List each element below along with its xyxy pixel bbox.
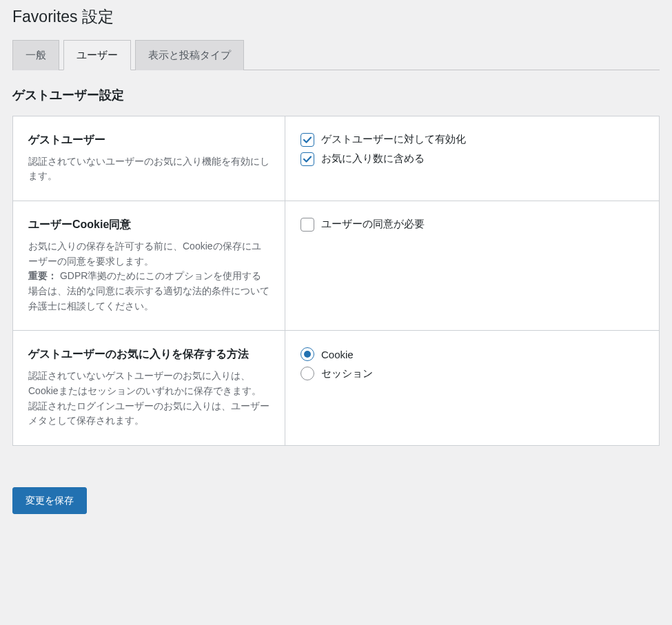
row-cookie-consent: ユーザーCookie同意 お気に入りの保存を許可する前に、Cookieの保存にユ…	[12, 201, 660, 331]
checkbox-enable-guest-label: ゲストユーザーに対して有効化	[321, 133, 466, 146]
submit-area: 変更を保存	[12, 487, 660, 514]
row-cookie-consent-desc: お気に入りの保存を許可する前に、Cookieの保存にユーザーの同意を要求します。…	[28, 239, 269, 314]
row-cookie-consent-label: ユーザーCookie同意 お気に入りの保存を許可する前に、Cookieの保存にユ…	[13, 201, 285, 330]
row-guest-user-title: ゲストユーザー	[28, 133, 269, 147]
checkbox-require-consent[interactable]: ユーザーの同意が必要	[301, 218, 644, 232]
checkbox-require-consent-label: ユーザーの同意が必要	[321, 218, 425, 231]
checkbox-include-count[interactable]: お気に入り数に含める	[301, 152, 644, 166]
row-save-method-label: ゲストユーザーのお気に入りを保存する方法 認証されていないゲストユーザーのお気に…	[13, 331, 285, 445]
radio-selected-icon	[301, 347, 314, 361]
radio-empty-icon	[301, 367, 314, 380]
save-button[interactable]: 変更を保存	[12, 487, 87, 514]
checkbox-include-count-label: お気に入り数に含める	[321, 152, 425, 165]
row-guest-user-label: ゲストユーザー 認証されていないユーザーのお気に入り機能を有効にします。	[13, 116, 285, 201]
checkmark-icon	[301, 152, 314, 166]
radio-session[interactable]: セッション	[301, 367, 644, 380]
radio-session-label: セッション	[321, 367, 373, 380]
radio-cookie[interactable]: Cookie	[301, 347, 644, 361]
tab-display-post-types[interactable]: 表示と投稿タイプ	[135, 40, 244, 70]
checkbox-empty-icon	[301, 218, 314, 232]
row-save-method-controls: Cookie セッション	[285, 331, 659, 445]
row-guest-user: ゲストユーザー 認証されていないユーザーのお気に入り機能を有効にします。 ゲスト…	[12, 116, 660, 201]
row-save-method-desc: 認証されていないゲストユーザーのお気に入りは、Cookieまたはセッションのいず…	[28, 369, 269, 429]
page-title: Favorites 設定	[12, 0, 660, 30]
row-save-method-title: ゲストユーザーのお気に入りを保存する方法	[28, 347, 269, 362]
row-save-method: ゲストユーザーのお気に入りを保存する方法 認証されていないゲストユーザーのお気に…	[12, 331, 660, 446]
row-guest-user-desc: 認証されていないユーザーのお気に入り機能を有効にします。	[28, 154, 269, 184]
settings-tabs: 一般 ユーザー 表示と投稿タイプ	[12, 40, 660, 70]
tab-users[interactable]: ユーザー	[63, 40, 131, 70]
tab-general[interactable]: 一般	[12, 40, 59, 70]
row-guest-user-controls: ゲストユーザーに対して有効化 お気に入り数に含める	[285, 116, 659, 201]
checkmark-icon	[301, 133, 314, 147]
section-title: ゲストユーザー設定	[12, 87, 660, 103]
row-cookie-consent-title: ユーザーCookie同意	[28, 218, 269, 232]
checkbox-enable-guest[interactable]: ゲストユーザーに対して有効化	[301, 133, 644, 147]
settings-table: ゲストユーザー 認証されていないユーザーのお気に入り機能を有効にします。 ゲスト…	[12, 116, 660, 447]
row-cookie-consent-controls: ユーザーの同意が必要	[285, 201, 659, 330]
radio-cookie-label: Cookie	[321, 349, 354, 360]
